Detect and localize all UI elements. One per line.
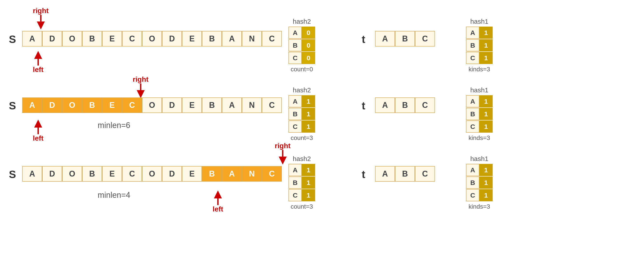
- row1-left-arrow: left: [33, 51, 44, 74]
- row2-hash2-key-B: B: [288, 108, 302, 120]
- row2-hash1-val-B: 1: [479, 108, 493, 120]
- row3-minlen: minlen=4: [89, 190, 130, 200]
- row2-hash2-val-C: 1: [302, 121, 315, 133]
- main-container: right left S A D O B E C O D E B A N C: [0, 0, 644, 260]
- row1-cell-4: E: [102, 31, 122, 46]
- row2-cell-1: D: [42, 98, 62, 113]
- row1-t-array: A B C: [375, 31, 435, 46]
- row2-hash1-row-B: B 1: [466, 108, 493, 120]
- row1-t-cell-1: B: [395, 31, 415, 46]
- row3-cell-9: B: [202, 166, 222, 182]
- row2-right-label: right: [133, 75, 148, 84]
- row3-t-array: A B C: [375, 166, 435, 182]
- row1-right-arrow: right: [33, 7, 48, 29]
- row3-hash2-val-C: 1: [302, 189, 315, 201]
- row3-hash1: hash1 A 1 B 1 C 1 kinds=3: [466, 155, 493, 210]
- row2-hash1-key-B: B: [466, 108, 479, 120]
- row2-t-array: A B C: [375, 98, 435, 113]
- row2-hash1-kinds: kinds=3: [466, 134, 493, 141]
- row1-cell-9: B: [202, 31, 222, 46]
- row2-right-arrow-line: [140, 84, 141, 90]
- row3-cell-5: C: [122, 166, 142, 182]
- row1-cell-6: O: [142, 31, 162, 46]
- row1-hash2-row-B: B 0: [288, 39, 315, 51]
- row3-t-cell-2: C: [415, 166, 435, 182]
- row1-hash2-val-C: 0: [302, 52, 315, 64]
- row3-right-arrow-head: [279, 157, 287, 164]
- row2-hash1-row-A: A 1: [466, 95, 493, 107]
- row2-left-arrow-head: [34, 120, 42, 128]
- row3-hash1-key-B: B: [466, 176, 479, 189]
- row2-cell-2: O: [62, 98, 82, 113]
- row1-hash1-title: hash1: [466, 18, 493, 25]
- row3-hash1-title: hash1: [466, 155, 493, 162]
- row1-cell-12: C: [262, 31, 282, 46]
- row2-hash2-key-C: C: [288, 121, 302, 133]
- row2-hash1-row-C: C 1: [466, 121, 493, 133]
- row3-left-arrow: left: [212, 190, 223, 213]
- row1-cell-0: A: [22, 31, 42, 46]
- row2-cell-12: C: [262, 98, 282, 113]
- row3-hash2-count: count=3: [288, 203, 315, 210]
- row3-hash2-key-A: A: [288, 164, 302, 176]
- row1-hash2-val-A: 0: [302, 27, 315, 39]
- row2-hash2-count: count=3: [288, 134, 315, 141]
- row1-hash1-row-A: A 1: [466, 27, 493, 39]
- row1-cell-1: D: [42, 31, 62, 46]
- row3-cell-10: A: [222, 166, 242, 182]
- row2-cell-6: O: [142, 98, 162, 113]
- row2-hash2-val-A: 1: [302, 95, 315, 107]
- row1-hash2-count: count=0: [288, 66, 315, 73]
- row2-cell-4: E: [102, 98, 122, 113]
- row2-t-label: t: [362, 100, 370, 112]
- row1-cell-5: C: [122, 31, 142, 46]
- row1-s-label: S: [9, 33, 20, 45]
- row2-cell-0: A: [22, 98, 42, 113]
- row2-hash1-val-C: 1: [479, 121, 493, 133]
- row3-hash2-val-A: 1: [302, 164, 315, 176]
- row3-cell-2: O: [62, 166, 82, 182]
- row3-hash1-kinds: kinds=3: [466, 203, 493, 210]
- row1-hash1-kinds: kinds=3: [466, 66, 493, 73]
- row3-s-label: S: [9, 168, 20, 180]
- row1-cell-2: O: [62, 31, 82, 46]
- row2-cell-9: B: [202, 98, 222, 113]
- row2-cell-10: A: [222, 98, 242, 113]
- row1-hash2-row-C: C 0: [288, 52, 315, 64]
- row1-left-label: left: [33, 66, 44, 74]
- row1-hash1-val-B: 1: [479, 39, 493, 51]
- row1-hash2-val-B: 0: [302, 39, 315, 51]
- row2-cell-5: C: [122, 98, 142, 113]
- row2-t-cell-0: A: [375, 98, 395, 113]
- row1-hash1-key-B: B: [466, 39, 479, 51]
- row2-left-label: left: [33, 134, 44, 142]
- row3-t-label: t: [362, 168, 370, 180]
- row1-hash1-val-C: 1: [479, 52, 493, 64]
- row1-hash1-val-A: 1: [479, 27, 493, 39]
- row3-left-label: left: [212, 205, 223, 213]
- row2-left-arrow: left: [33, 120, 44, 142]
- row1-cell-7: D: [162, 31, 182, 46]
- row1-cell-10: A: [222, 31, 242, 46]
- row2-cell-3: B: [82, 98, 102, 113]
- row2-hash2: hash2 A 1 B 1 C 1 count=3: [288, 86, 315, 141]
- row3-t-cell-1: B: [395, 166, 415, 182]
- row3-hash1-val-A: 1: [479, 164, 493, 176]
- row3-hash2-title: hash2: [288, 155, 315, 162]
- row2-cell-8: E: [182, 98, 202, 113]
- row2-t-cell-2: C: [415, 98, 435, 113]
- row1-hash1-row-C: C 1: [466, 52, 493, 64]
- row2-cell-11: N: [242, 98, 262, 113]
- row2-hash1-title: hash1: [466, 86, 493, 94]
- row3-hash2: hash2 A 1 B 1 C 1 count=3: [288, 155, 315, 210]
- row2-hash1-key-C: C: [466, 121, 479, 133]
- row1-hash1-key-C: C: [466, 52, 479, 64]
- row3-hash2-row-A: A 1: [288, 164, 315, 176]
- row2-hash2-title: hash2: [288, 86, 315, 94]
- row1-left-arrow-line: [38, 59, 39, 66]
- row1-t-cell-0: A: [375, 31, 395, 46]
- row3-cell-4: E: [102, 166, 122, 182]
- row1-cell-3: B: [82, 31, 102, 46]
- row3-hash2-key-B: B: [288, 176, 302, 189]
- row3-cell-0: A: [22, 166, 42, 182]
